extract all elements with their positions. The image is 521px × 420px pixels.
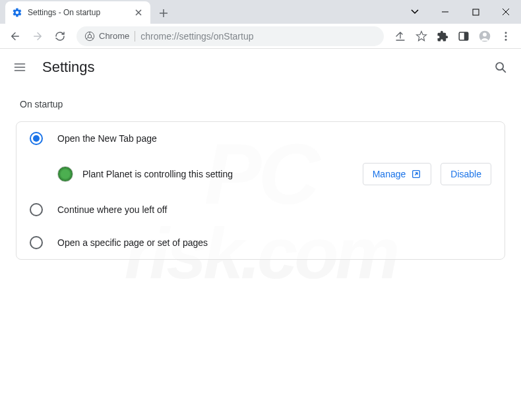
close-tab-icon[interactable] xyxy=(133,7,144,18)
bookmark-icon[interactable] xyxy=(412,26,431,46)
svg-point-7 xyxy=(505,32,507,34)
extension-notice-row: Plant Planet is controlling this setting… xyxy=(16,155,505,193)
manage-button[interactable]: Manage xyxy=(363,163,432,185)
radio-icon xyxy=(30,203,43,216)
address-bar[interactable]: Chrome chrome://settings/onStartup xyxy=(77,26,384,46)
tab-search-icon[interactable] xyxy=(400,0,430,24)
reload-button[interactable] xyxy=(50,26,70,46)
sidepanel-icon[interactable] xyxy=(454,26,474,46)
maximize-icon[interactable] xyxy=(460,0,491,24)
settings-card: Open the New Tab page Plant Planet is co… xyxy=(16,121,505,260)
profile-icon[interactable] xyxy=(475,26,495,46)
external-link-icon xyxy=(411,169,421,179)
settings-content: On startup Open the New Tab page Plant P… xyxy=(0,86,521,273)
omnibox-divider xyxy=(135,31,135,42)
disable-button-label: Disable xyxy=(450,169,481,179)
close-window-icon[interactable] xyxy=(491,0,521,24)
extension-notice-text: Plant Planet is controlling this setting xyxy=(82,169,353,179)
search-icon[interactable] xyxy=(493,60,508,75)
window-controls xyxy=(400,0,521,24)
radio-icon xyxy=(30,236,43,249)
toolbar: Chrome chrome://settings/onStartup xyxy=(0,24,521,49)
extensions-icon[interactable] xyxy=(433,26,452,46)
back-button[interactable] xyxy=(5,26,25,46)
disable-button[interactable]: Disable xyxy=(441,163,491,185)
svg-point-6 xyxy=(483,32,487,36)
tab-title: Settings - On startup xyxy=(28,8,133,17)
browser-tab[interactable]: Settings - On startup xyxy=(5,1,150,24)
omnibox-chip-label: Chrome xyxy=(99,31,129,41)
radio-label: Open a specific page or set of pages xyxy=(57,237,208,248)
radio-label: Continue where you left off xyxy=(57,204,167,215)
radio-option-new-tab[interactable]: Open the New Tab page xyxy=(16,122,505,155)
new-tab-button[interactable] xyxy=(154,4,173,22)
forward-button[interactable] xyxy=(28,26,47,46)
kebab-menu-icon[interactable] xyxy=(496,26,516,46)
minimize-icon[interactable] xyxy=(430,0,460,24)
manage-button-label: Manage xyxy=(373,169,406,179)
omnibox-url: chrome://settings/onStartup xyxy=(140,31,376,42)
settings-header: Settings xyxy=(0,49,521,86)
radio-option-specific-pages[interactable]: Open a specific page or set of pages xyxy=(16,226,505,259)
radio-option-continue[interactable]: Continue where you left off xyxy=(16,193,505,226)
titlebar: Settings - On startup xyxy=(0,0,521,24)
radio-label: Open the New Tab page xyxy=(57,133,157,144)
extension-icon xyxy=(57,166,73,182)
section-title: On startup xyxy=(20,99,505,109)
share-icon[interactable] xyxy=(390,26,410,46)
radio-icon xyxy=(30,132,43,145)
svg-rect-0 xyxy=(473,9,479,15)
menu-icon[interactable] xyxy=(13,61,29,74)
chrome-icon xyxy=(84,31,95,42)
site-info-chip[interactable]: Chrome xyxy=(84,31,129,42)
svg-point-9 xyxy=(505,38,507,40)
settings-gear-icon xyxy=(12,7,22,18)
svg-rect-4 xyxy=(464,32,468,40)
page-title: Settings xyxy=(42,59,95,76)
svg-point-8 xyxy=(505,35,507,37)
